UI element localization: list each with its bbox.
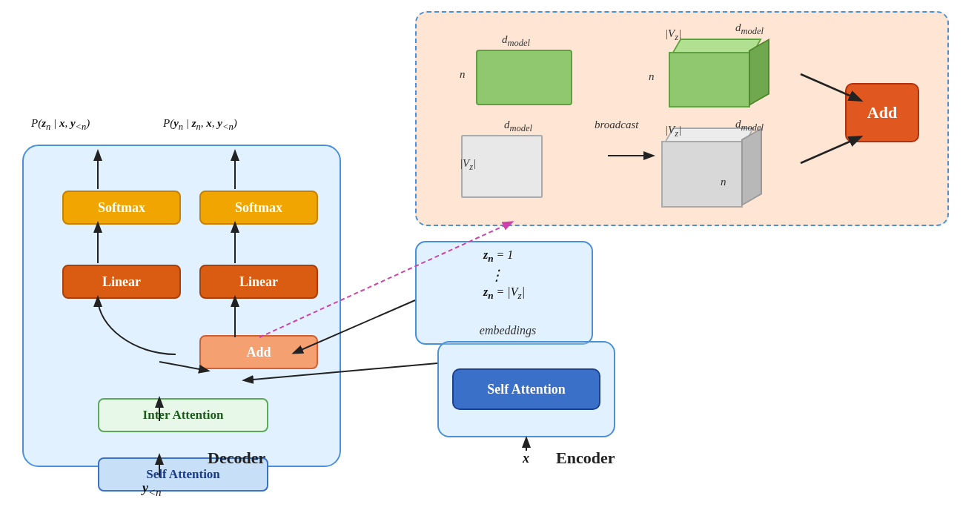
prob-right: P(yn | zn, x, y<n) (163, 117, 237, 133)
zn-eq-vz: zn = |Vz| (483, 285, 525, 302)
vz-label-bl: |Vz| (460, 157, 476, 173)
inter-attention-block: Inter Attention (98, 398, 268, 432)
embeddings-label: embeddings (480, 324, 536, 337)
top-orange-box: Add dmodel n |Vz| dmodel n dmodel |Vz| b… (415, 11, 949, 226)
vz-label-br: |Vz| (665, 124, 681, 139)
embeddings-box: zn = 1 ⋮ zn = |Vz| embeddings (415, 241, 593, 345)
decoder-box: Softmax Softmax Linear Linear Add Inter … (22, 145, 341, 467)
softmax-right-block: Softmax (199, 191, 318, 225)
broadcast-label: broadcast (595, 119, 638, 131)
n-label-tl: n (460, 68, 466, 81)
vz-label-tr-top: |Vz| (665, 27, 681, 43)
dmodel-label-tr-top: dmodel (735, 21, 764, 37)
dmodel-label-bl: dmodel (504, 119, 532, 134)
encoder-label: Encoder (556, 449, 615, 468)
embed-dots: ⋮ (489, 266, 504, 284)
zn-eq-1: zn = 1 (483, 248, 513, 265)
self-attention-encoder-block: Self Attention (452, 368, 600, 410)
linear-left-block: Linear (62, 265, 181, 299)
add-decoder-block: Add (199, 335, 318, 369)
linear-right-block: Linear (199, 265, 318, 299)
softmax-left-block: Softmax (62, 191, 181, 225)
add-top-button: Add (845, 83, 919, 142)
dmodel-label-tl: dmodel (502, 33, 530, 49)
green-rect-2d (476, 50, 572, 105)
dmodel-label-br: dmodel (735, 118, 764, 133)
n-label-tr: n (649, 70, 655, 83)
diagram-container: Add dmodel n |Vz| dmodel n dmodel |Vz| b… (0, 0, 980, 513)
prob-left: P(zn | x, y<n) (31, 117, 90, 133)
y-input-label: y<n (142, 480, 162, 499)
decoder-label: Decoder (208, 449, 265, 468)
n-label-br: n (721, 176, 726, 188)
encoder-box: Self Attention (437, 341, 615, 437)
x-input-label: x (523, 451, 529, 466)
